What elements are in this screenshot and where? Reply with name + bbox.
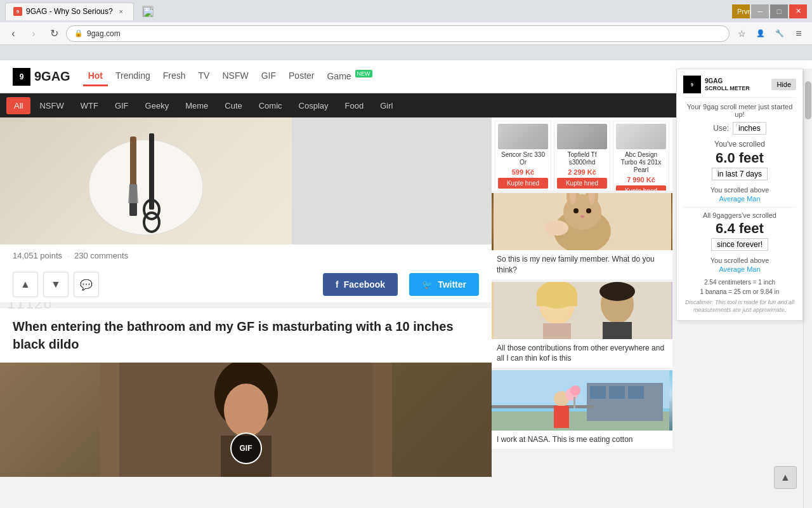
cat-geeky[interactable]: Geeky xyxy=(138,97,177,114)
scrollbar-thumb[interactable] xyxy=(805,81,811,119)
scrollbar[interactable] xyxy=(803,69,812,508)
tab-favicon: 9 xyxy=(13,7,22,16)
window-controls: Prvni uživatel ─ □ ✕ xyxy=(732,4,807,18)
ad-price-1: 599 Kč xyxy=(498,168,548,176)
cat-wtf[interactable]: WTF xyxy=(73,97,106,114)
user-button[interactable]: Prvni uživatel xyxy=(732,4,750,18)
scroll-meter-brand: 9GAG SCROLL METER xyxy=(705,77,750,92)
bookmark-button[interactable]: ☆ xyxy=(733,25,750,42)
average-man-link-2[interactable]: Average Man xyxy=(719,265,760,273)
nav-gif[interactable]: GIF xyxy=(256,67,281,86)
rabbit-image xyxy=(492,193,672,250)
all-scrolled-value: 6.4 feet xyxy=(683,220,796,237)
twitter-icon: 🐦 xyxy=(422,279,433,290)
back-to-top-button[interactable]: ▲ xyxy=(774,466,797,489)
new-tab-button[interactable] xyxy=(139,3,157,20)
nav-poster[interactable]: Poster xyxy=(284,67,319,86)
buy-button-1[interactable]: Kupte hned xyxy=(498,178,548,189)
post-stats: 14,051 points · 230 comments xyxy=(0,244,492,267)
profile-icon-2[interactable]: 🔧 xyxy=(771,25,788,42)
minimize-button[interactable]: ─ xyxy=(751,4,769,18)
svg-rect-24 xyxy=(494,282,671,339)
svg-rect-27 xyxy=(537,293,577,306)
sidebar-post-img-2 xyxy=(492,282,672,339)
post-image-1 xyxy=(0,117,492,244)
celebs-image xyxy=(492,282,672,339)
svg-point-23 xyxy=(546,220,568,236)
sidebar-post-caption-1: So this is my new family member. What do… xyxy=(492,250,672,279)
svg-rect-31 xyxy=(603,322,632,339)
right-sidebar: Sencor Src 330 Or 599 Kč Kupte hned Topf… xyxy=(492,117,672,508)
post-actions: ▲ ▼ 💬 f Facebook 🐦 Twitter xyxy=(0,267,492,302)
tab-close-button[interactable]: × xyxy=(117,7,126,16)
svg-rect-36 xyxy=(590,386,606,399)
maximize-button[interactable]: □ xyxy=(770,4,788,18)
disclaimer-text: Discalimer: This tool is made for fun an… xyxy=(683,299,796,314)
facebook-share-button[interactable]: f Facebook xyxy=(323,273,398,296)
cat-food[interactable]: Food xyxy=(337,97,372,114)
logo-box: 9 xyxy=(13,68,30,86)
sidebar-post-img-3 xyxy=(492,370,672,431)
scroll-meter-logo: 9 xyxy=(683,76,701,93)
close-button[interactable]: ✕ xyxy=(789,4,807,18)
nav-hot[interactable]: Hot xyxy=(83,67,108,86)
post-comments: 230 comments xyxy=(74,251,128,260)
ad-image-2 xyxy=(557,124,607,149)
cat-cosplay[interactable]: Cosplay xyxy=(291,97,336,114)
ad-product-name-1: Sencor Src 330 Or xyxy=(498,151,548,166)
svg-point-22 xyxy=(580,215,584,218)
twitter-share-button[interactable]: 🐦 Twitter xyxy=(409,273,479,296)
ad-price-2: 2 299 Kč xyxy=(557,168,607,176)
cat-comic[interactable]: Comic xyxy=(251,97,290,114)
sidebar-post-caption-3: I work at NASA. This is me eating cotton xyxy=(492,431,672,449)
facebook-icon: f xyxy=(336,279,339,290)
nav-trending[interactable]: Trending xyxy=(110,67,155,86)
menu-button[interactable]: ≡ xyxy=(790,25,807,42)
downvote-button[interactable]: ▼ xyxy=(43,272,69,297)
ad-product-1: Sencor Src 330 Or 599 Kč Kupte hned xyxy=(495,121,551,190)
nasa-image xyxy=(492,370,672,431)
buy-button-2[interactable]: Kupte hned xyxy=(557,178,607,189)
svg-marker-3 xyxy=(128,184,138,203)
site-logo[interactable]: 9 9GAG xyxy=(13,68,70,86)
nasa-svg xyxy=(492,370,669,431)
cat-cute[interactable]: Cute xyxy=(217,97,249,114)
scroll-intro-text: Your 9gag scroll meter just started up! xyxy=(683,103,796,118)
hide-button[interactable]: Hide xyxy=(771,79,796,90)
nav-tv[interactable]: TV xyxy=(193,67,215,86)
sidebar-post-caption-2: All those contributions from other every… xyxy=(492,339,672,368)
cat-nsfw[interactable]: NSFW xyxy=(32,97,71,114)
back-button[interactable]: ‹ xyxy=(5,25,22,42)
cat-girl[interactable]: Girl xyxy=(372,97,400,114)
ad-image-3 xyxy=(616,124,666,149)
ad-product-name-2: Topfield Tf s3000rhd xyxy=(557,151,607,166)
svg-point-21 xyxy=(586,208,591,213)
forward-button[interactable]: › xyxy=(25,25,42,42)
scroll-meter-content: Your 9gag scroll meter just started up! … xyxy=(683,103,796,314)
svg-rect-38 xyxy=(628,386,644,399)
cat-all[interactable]: All xyxy=(6,97,30,114)
celebs-svg xyxy=(494,282,671,339)
scroll-meter-header: 9 9GAG SCROLL METER Hide xyxy=(683,76,796,98)
address-bar[interactable]: 🔒 9gag.com xyxy=(66,25,730,42)
ad-image-1 xyxy=(498,124,548,149)
scroll-meter-panel: 9 9GAG SCROLL METER Hide Your 9gag scrol… xyxy=(676,69,803,321)
ad-product-3: Abc Design Turbo 4s 201x Pearl 7 990 Kč … xyxy=(613,121,669,190)
sidebar-post-3: I work at NASA. This is me eating cotton xyxy=(492,370,672,449)
profile-icon-1[interactable]: 👤 xyxy=(752,25,769,42)
cat-meme[interactable]: Meme xyxy=(178,97,216,114)
cat-gif[interactable]: GIF xyxy=(107,97,136,114)
comment-button[interactable]: 💬 xyxy=(74,272,99,297)
average-man-link-1[interactable]: Average Man xyxy=(719,195,760,203)
units-row: Use: inches xyxy=(683,122,796,135)
nav-game[interactable]: Game NEW xyxy=(322,67,377,87)
refresh-button[interactable]: ↻ xyxy=(46,25,62,42)
browser-tab[interactable]: 9 9GAG - Why So Serious? × xyxy=(5,3,134,20)
post-title-section: When entering the bathroom and my GF is … xyxy=(0,307,492,363)
nav-nsfw[interactable]: NSFW xyxy=(217,67,253,86)
nav-fresh[interactable]: Fresh xyxy=(158,67,191,86)
buy-button-3[interactable]: Kupte hned xyxy=(616,185,666,190)
post-title: When entering the bathroom and my GF is … xyxy=(13,318,479,353)
upvote-button[interactable]: ▲ xyxy=(13,272,38,297)
all-gaggers-label: All 9gaggers've scrolled xyxy=(683,211,796,219)
